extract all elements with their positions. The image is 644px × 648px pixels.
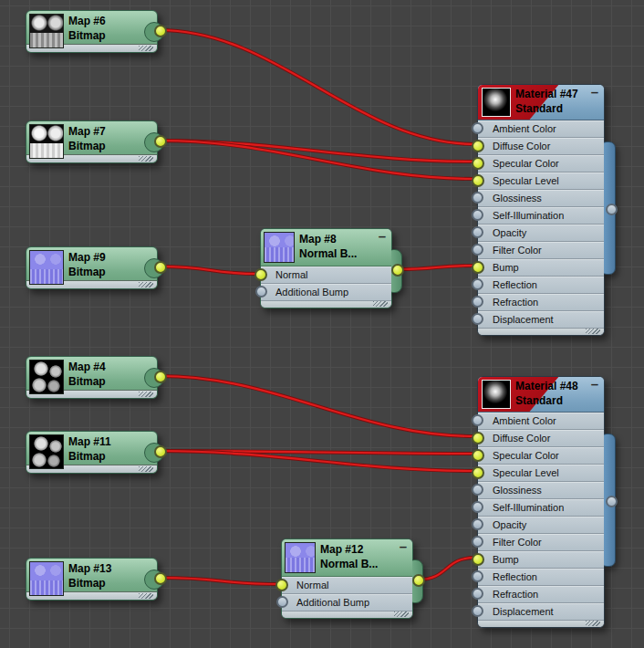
collapse-icon[interactable]: –	[400, 539, 407, 554]
node-map4[interactable]: Map #4Bitmap	[26, 356, 158, 399]
input-socket-reflection[interactable]	[472, 278, 483, 290]
slot-label: Normal	[261, 267, 391, 283]
input-socket-filter-color[interactable]	[472, 536, 483, 548]
node-title: Map #13	[68, 561, 111, 576]
slot-label: Ambient Color	[478, 413, 604, 429]
slot-label: Glossiness	[478, 190, 604, 206]
slot-row-opacity: Opacity	[478, 517, 604, 534]
output-socket[interactable]	[154, 261, 167, 274]
node-mat47[interactable]: Material #47Standard–Ambient ColorDiffus…	[477, 84, 605, 336]
input-socket-displacement[interactable]	[472, 313, 483, 325]
input-socket-self-illumination[interactable]	[472, 209, 483, 221]
slot-row-refraction: Refraction	[478, 294, 604, 311]
node-header[interactable]: Map #12Normal B...–	[282, 539, 412, 577]
slot-label: Opacity	[478, 225, 604, 241]
slot-label: Bump	[478, 551, 604, 568]
input-socket-self-illumination[interactable]	[472, 501, 483, 513]
slot-row-reflection: Reflection	[478, 277, 604, 294]
input-socket-displacement[interactable]	[472, 605, 483, 617]
material-output-socket[interactable]	[606, 204, 618, 215]
slot-row-displacement: Displacement	[478, 311, 604, 329]
input-socket-filter-color[interactable]	[472, 244, 483, 256]
node-titles: Map #13Bitmap	[68, 561, 111, 591]
input-socket-diffuse-color[interactable]	[472, 140, 484, 152]
input-socket-refraction[interactable]	[472, 296, 483, 308]
node-type-label: Normal B...	[299, 246, 357, 261]
sphere-cluster-bitmap-thumbnail	[29, 434, 64, 469]
node-map13[interactable]: Map #13Bitmap	[26, 558, 158, 601]
input-socket-normal[interactable]	[275, 579, 288, 591]
input-socket-bump[interactable]	[472, 261, 484, 274]
slot-label: Reflection	[478, 277, 604, 293]
input-socket-specular-color[interactable]	[472, 157, 484, 170]
input-socket-glossiness[interactable]	[472, 192, 483, 204]
resize-grip-icon[interactable]	[139, 593, 153, 599]
node-header[interactable]: Material #48Standard–	[478, 377, 604, 413]
node-type-label: Bitmap	[68, 28, 106, 43]
node-titles: Map #11Bitmap	[68, 434, 111, 464]
resize-grip-icon[interactable]	[139, 282, 153, 287]
output-socket[interactable]	[154, 135, 167, 148]
resize-grip-icon[interactable]	[586, 329, 600, 334]
input-socket-specular-color[interactable]	[472, 449, 484, 462]
slot-row-specular-color: Specular Color	[478, 447, 604, 465]
input-socket-specular-level[interactable]	[472, 466, 484, 479]
node-type-label: Bitmap	[68, 576, 111, 591]
resize-grip-icon[interactable]	[586, 621, 600, 626]
node-header[interactable]: Map #8Normal B...–	[261, 229, 391, 267]
node-header[interactable]: Material #47Standard–	[478, 85, 604, 120]
node-titles: Map #12Normal B...	[320, 542, 378, 571]
node-map9[interactable]: Map #9Bitmap	[26, 246, 158, 289]
slot-row-glossiness: Glossiness	[478, 190, 604, 207]
input-socket-normal[interactable]	[254, 268, 267, 281]
resize-grip-icon[interactable]	[139, 156, 153, 162]
resize-grip-icon[interactable]	[394, 611, 409, 617]
node-type-label: Bitmap	[68, 139, 106, 153]
input-socket-bump[interactable]	[472, 553, 484, 566]
input-socket-opacity[interactable]	[472, 518, 483, 530]
node-type-label: Bitmap	[68, 265, 106, 279]
node-titles: Map #9Bitmap	[68, 250, 106, 279]
input-socket-refraction[interactable]	[472, 588, 483, 600]
nodes-layer: Map #6BitmapMap #7BitmapMap #9BitmapMap …	[0, 0, 644, 648]
output-socket[interactable]	[154, 25, 167, 37]
input-socket-additional-bump[interactable]	[255, 286, 267, 298]
node-titles: Map #8Normal B...	[299, 232, 357, 261]
resize-grip-icon[interactable]	[139, 392, 153, 397]
input-socket-diffuse-color[interactable]	[472, 432, 484, 444]
input-socket-opacity[interactable]	[472, 226, 483, 238]
slot-row-additional-bump: Additional Bump	[261, 284, 391, 301]
collapse-icon[interactable]: –	[379, 229, 386, 244]
node-map8[interactable]: Map #8Normal B...–NormalAdditional Bump	[260, 228, 392, 308]
output-socket[interactable]	[154, 572, 167, 585]
material-output-socket[interactable]	[606, 496, 618, 507]
normal-map-preview-thumbnail	[285, 542, 316, 573]
output-socket[interactable]	[412, 574, 425, 587]
collapse-icon[interactable]: –	[591, 85, 598, 99]
node-type-label: Normal B...	[320, 557, 378, 571]
output-socket[interactable]	[154, 445, 167, 458]
slot-label: Diffuse Color	[478, 138, 604, 154]
output-socket[interactable]	[154, 371, 167, 383]
node-map12[interactable]: Map #12Normal B...–NormalAdditional Bump	[281, 538, 413, 619]
input-socket-ambient-color[interactable]	[472, 414, 483, 426]
node-mat48[interactable]: Material #48Standard–Ambient ColorDiffus…	[477, 376, 605, 628]
node-map6[interactable]: Map #6Bitmap	[26, 10, 158, 53]
resize-grip-icon[interactable]	[373, 301, 388, 307]
gray-spheres-bitmap-thumbnail	[29, 14, 64, 48]
node-title: Material #47	[515, 87, 578, 101]
input-socket-specular-level[interactable]	[472, 174, 484, 187]
slot-label: Displacement	[478, 603, 604, 620]
input-socket-additional-bump[interactable]	[276, 596, 288, 608]
input-socket-glossiness[interactable]	[472, 484, 483, 496]
collapse-icon[interactable]: –	[591, 377, 598, 392]
input-socket-ambient-color[interactable]	[472, 122, 483, 134]
output-socket[interactable]	[391, 264, 404, 277]
node-map7[interactable]: Map #7Bitmap	[26, 120, 158, 163]
node-map11[interactable]: Map #11Bitmap	[26, 431, 158, 474]
node-title: Map #9	[68, 250, 106, 265]
input-socket-reflection[interactable]	[472, 570, 483, 582]
resize-grip-icon[interactable]	[139, 466, 153, 472]
resize-grip-icon[interactable]	[139, 46, 153, 51]
slot-row-diffuse-color: Diffuse Color	[478, 430, 604, 447]
